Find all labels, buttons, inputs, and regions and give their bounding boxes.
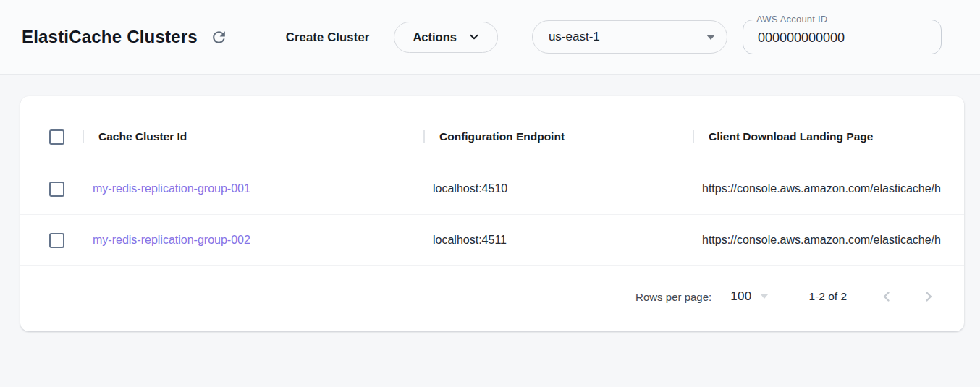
row-checkbox[interactable] (49, 233, 64, 248)
actions-button-label: Actions (413, 30, 457, 44)
region-select-value: us-east-1 (549, 30, 600, 44)
actions-button[interactable]: Actions (394, 22, 498, 53)
clusters-table-card: Cache Cluster Id Configuration Endpoint … (20, 96, 964, 331)
header-checkbox-cell (20, 129, 83, 145)
header-divider (515, 21, 515, 53)
next-page-button[interactable] (919, 287, 938, 306)
cell-cluster-id: my-redis-replication-group-002 (83, 234, 423, 247)
caret-down-icon (761, 294, 768, 299)
rows-per-page-label: Rows per page: (635, 291, 711, 303)
rows-per-page-value: 100 (730, 289, 751, 304)
cell-landing-page: https://console.aws.amazon.com/elasticac… (693, 234, 964, 247)
cluster-link[interactable]: my-redis-replication-group-002 (93, 234, 250, 246)
cluster-link[interactable]: my-redis-replication-group-001 (93, 182, 250, 195)
chevron-left-icon (878, 288, 895, 305)
refresh-button[interactable] (209, 27, 229, 47)
pagination-range-label: 1-2 of 2 (808, 290, 847, 303)
row-checkbox-cell (20, 182, 83, 197)
previous-page-button[interactable] (877, 287, 896, 306)
aws-account-id-field: AWS Account ID (743, 20, 942, 54)
column-header-cache-cluster-id[interactable]: Cache Cluster Id (83, 130, 423, 143)
chevron-right-icon (920, 288, 937, 305)
rows-per-page-select[interactable]: 100 (730, 289, 768, 304)
top-header-bar: ElastiCache Clusters Create Cluster Acti… (0, 0, 980, 75)
page-title: ElastiCache Clusters (22, 27, 198, 47)
row-checkbox[interactable] (49, 182, 64, 197)
table-header-row: Cache Cluster Id Configuration Endpoint … (20, 111, 964, 163)
aws-account-id-label: AWS Account ID (753, 14, 831, 25)
aws-account-id-input[interactable] (743, 20, 941, 54)
cell-cluster-id: my-redis-replication-group-001 (83, 182, 423, 195)
create-cluster-button[interactable]: Create Cluster (286, 30, 370, 44)
select-all-checkbox[interactable] (49, 129, 64, 145)
column-header-configuration-endpoint[interactable]: Configuration Endpoint (423, 130, 693, 143)
cell-landing-page: https://console.aws.amazon.com/elasticac… (693, 182, 964, 195)
cell-endpoint: localhost:4511 (423, 234, 693, 247)
chevron-down-icon (468, 30, 481, 43)
column-header-client-download-landing-page[interactable]: Client Download Landing Page (693, 130, 964, 143)
table-pagination: Rows per page: 100 1-2 of 2 (20, 266, 964, 327)
row-checkbox-cell (20, 233, 83, 248)
region-select[interactable]: us-east-1 (532, 20, 727, 54)
table-row: my-redis-replication-group-002 localhost… (20, 215, 964, 266)
refresh-icon (210, 28, 228, 46)
table-row: my-redis-replication-group-001 localhost… (20, 163, 964, 215)
cell-endpoint: localhost:4510 (423, 182, 693, 195)
caret-down-icon (706, 35, 715, 40)
